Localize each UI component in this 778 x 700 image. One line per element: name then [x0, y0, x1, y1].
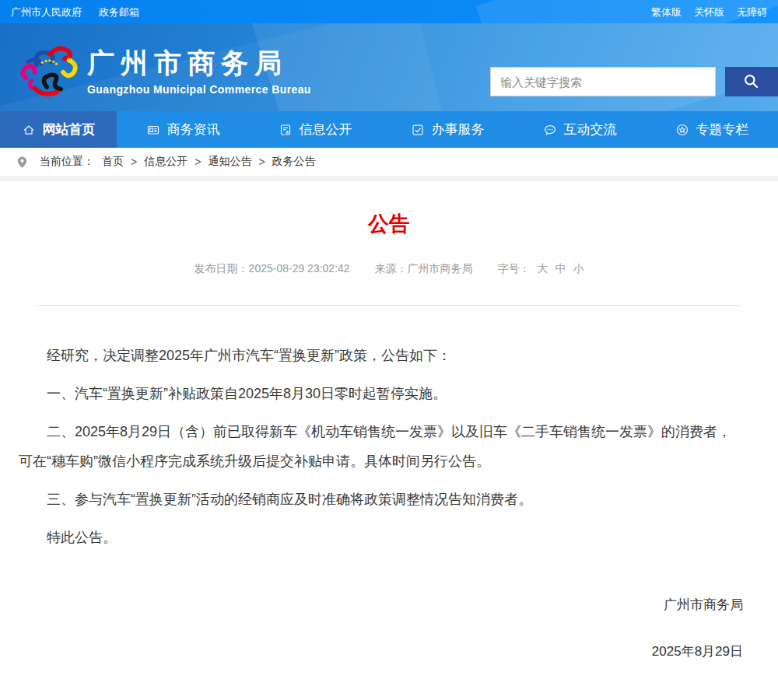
search-input[interactable]	[490, 67, 716, 96]
topbar-link[interactable]: 无障碍	[737, 6, 767, 18]
chat-icon	[543, 123, 557, 137]
nav-item[interactable]: 网站首页	[0, 111, 117, 148]
meta-divider-line	[37, 305, 741, 306]
breadcrumb-link[interactable]: 信息公开	[144, 155, 187, 169]
nav-item[interactable]: 信息公开	[249, 111, 381, 148]
article: 公告 发布日期：2025-08-29 23:02:42 来源：广州市商务局 字号…	[0, 181, 778, 660]
publish-date: 发布日期：2025-08-29 23:02:42	[194, 262, 350, 275]
article-signature: 广州市商务局 2025年8月29日	[0, 596, 743, 660]
fontsize-option[interactable]: 大	[537, 262, 548, 275]
site-name-english: Guangzhou Municipal Commerce Bureau	[87, 83, 311, 96]
breadcrumb-link[interactable]: 政务公告	[272, 155, 316, 169]
news-icon	[146, 123, 160, 137]
breadcrumb-link[interactable]: 通知公告	[208, 155, 251, 169]
site-name: 广州市商务局	[87, 49, 311, 76]
topbar-link[interactable]: 关怀版	[694, 6, 724, 18]
breadcrumb-label: 当前位置：	[40, 155, 94, 169]
search-icon	[743, 73, 760, 90]
top-utility-bar: 广州市人民政府政务邮箱 繁体版关怀版无障碍	[0, 0, 778, 23]
breadcrumb-link[interactable]: 首页	[102, 155, 124, 169]
article-paragraph: 特此公告。	[19, 523, 743, 552]
nav-item[interactable]: 专题专栏	[646, 111, 778, 148]
article-title: 公告	[0, 210, 778, 238]
font-size-control: 字号：大中小	[497, 262, 584, 275]
nav-item-label: 商务资讯	[167, 121, 220, 138]
main-navigation: 网站首页 商务资讯 信息公开 办事服务 互动交流 专题专栏	[0, 111, 778, 148]
topbar-link[interactable]: 繁体版	[651, 6, 682, 18]
site-header: 广州市商务局 Guangzhou Municipal Commerce Bure…	[0, 23, 778, 111]
nav-item[interactable]: 互动交流	[513, 111, 646, 148]
breadcrumb-separator: >	[131, 156, 137, 168]
nav-item-label: 专题专栏	[696, 121, 749, 138]
article-paragraph: 一、汽车“置换更新”补贴政策自2025年8月30日零时起暂停实施。	[19, 379, 743, 408]
site-title-block[interactable]: 广州市商务局 Guangzhou Municipal Commerce Bure…	[87, 49, 311, 96]
location-pin-icon	[16, 155, 29, 170]
nav-item-label: 网站首页	[43, 121, 96, 138]
nav-item-label: 信息公开	[300, 121, 352, 138]
article-body: 经研究，决定调整2025年广州市汽车“置换更新”政策，公告如下：一、汽车“置换更…	[19, 341, 743, 552]
nav-item[interactable]: 商务资讯	[117, 111, 249, 148]
article-paragraph: 二、2025年8月29日（含）前已取得新车《机动车销售统一发票》以及旧车《二手车…	[19, 417, 743, 476]
breadcrumb-separator: >	[258, 156, 265, 168]
topbar-link[interactable]: 广州市人民政府	[11, 6, 82, 18]
search-button[interactable]	[725, 67, 778, 96]
signature-date: 2025年8月29日	[0, 642, 743, 660]
article-paragraph: 经研究，决定调整2025年广州市汽车“置换更新”政策，公告如下：	[19, 341, 743, 370]
star-circle-icon	[675, 123, 689, 137]
nav-item[interactable]: 办事服务	[381, 111, 513, 148]
nav-item-label: 互动交流	[564, 121, 617, 138]
check-square-icon	[411, 123, 425, 137]
section-divider-strip	[0, 176, 778, 181]
fontsize-option[interactable]: 中	[555, 262, 566, 275]
signature-org: 广州市商务局	[0, 596, 743, 614]
doc-star-icon	[279, 123, 293, 137]
home-icon	[22, 123, 36, 137]
topbar-left-links: 广州市人民政府政务邮箱	[11, 5, 156, 19]
kapok-flower-logo[interactable]	[14, 39, 81, 96]
breadcrumb-separator: >	[194, 156, 201, 168]
article-paragraph: 三、参与汽车“置换更新”活动的经销商应及时准确将政策调整情况告知消费者。	[19, 485, 743, 514]
topbar-right-links: 繁体版关怀版无障碍	[639, 5, 767, 19]
topbar-link[interactable]: 政务邮箱	[99, 6, 139, 18]
fontsize-option[interactable]: 小	[573, 262, 584, 275]
nav-item-label: 办事服务	[432, 121, 485, 138]
article-source: 来源：广州市商务局	[375, 262, 473, 275]
breadcrumb: 当前位置： 首页>信息公开>通知公告>政务公告	[0, 148, 778, 176]
article-meta: 发布日期：2025-08-29 23:02:42 来源：广州市商务局 字号：大中…	[0, 262, 778, 276]
